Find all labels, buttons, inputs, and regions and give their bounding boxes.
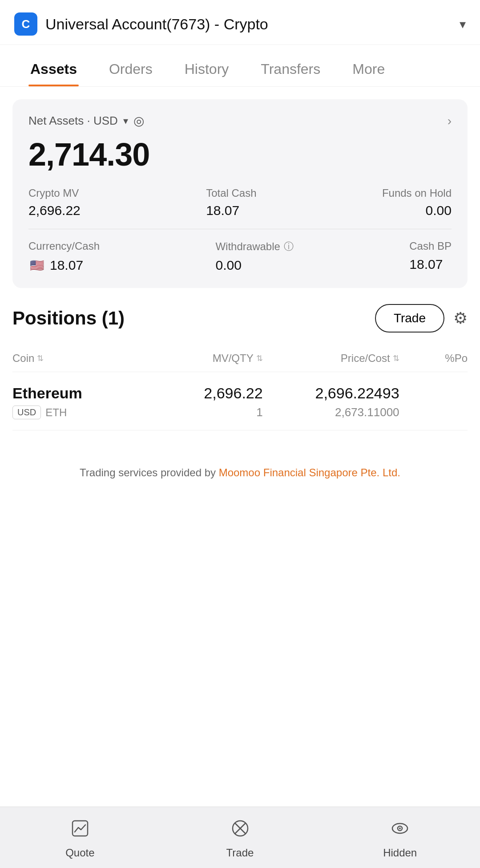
assets-label-row: Net Assets · USD ▾ ◎ xyxy=(28,114,144,128)
currency-cash-item: Currency/Cash 🇺🇸 18.07 xyxy=(28,240,100,274)
main-content: Net Assets · USD ▾ ◎ › 2,714.30 Crypto M… xyxy=(0,87,480,443)
currency-cash-value: 18.07 xyxy=(50,258,83,273)
coin-sort-icon[interactable]: ⇅ xyxy=(37,353,44,363)
assets-summary-row: Crypto MV 2,696.22 Total Cash 18.07 Fund… xyxy=(28,187,452,229)
coin-sub: USD ETH xyxy=(12,406,149,419)
assets-card-header: Net Assets · USD ▾ ◎ › xyxy=(28,114,452,128)
crypto-mv-item: Crypto MV 2,696.22 xyxy=(28,187,81,218)
logo-icon: C xyxy=(14,12,37,36)
dropdown-icon[interactable]: ▾ xyxy=(123,115,128,127)
table-row[interactable]: Ethereum USD ETH 2,696.22 1 2,696.22493 … xyxy=(12,374,468,430)
coin-name: Ethereum xyxy=(12,385,149,402)
mv-value: 2,696.22 xyxy=(149,385,263,402)
coin-cell: Ethereum USD ETH xyxy=(12,385,149,419)
net-assets-label: Net Assets · USD xyxy=(28,114,118,128)
col-header-coin[interactable]: Coin ⇅ xyxy=(12,352,149,365)
assets-card: Net Assets · USD ▾ ◎ › 2,714.30 Crypto M… xyxy=(12,99,468,288)
positions-header: Positions (1) Trade ⚙ xyxy=(12,304,468,333)
mv-cell: 2,696.22 1 xyxy=(149,385,263,419)
footer-link[interactable]: Moomoo Financial Singapore Pte. Ltd. xyxy=(219,466,400,479)
positions-right: Trade ⚙ xyxy=(375,304,468,333)
total-cash-item: Total Cash 18.07 xyxy=(206,187,256,218)
usd-flag-icon: 🇺🇸 xyxy=(28,257,45,274)
crypto-mv-label: Crypto MV xyxy=(28,187,81,199)
trade-icon xyxy=(231,819,249,841)
table-header: Coin ⇅ MV/QTY ⇅ Price/Cost ⇅ %Po xyxy=(12,345,468,372)
account-title: Universal Account(7673) - Crypto xyxy=(45,16,268,33)
header: C Universal Account(7673) - Crypto ▾ xyxy=(0,0,480,45)
tab-more[interactable]: More xyxy=(336,54,401,86)
quote-icon xyxy=(71,819,89,841)
crypto-mv-value: 2,696.22 xyxy=(28,203,81,218)
tab-orders[interactable]: Orders xyxy=(93,54,169,86)
info-icon[interactable]: ⓘ xyxy=(284,240,294,253)
col-header-price[interactable]: Price/Cost ⇅ xyxy=(263,352,399,365)
tab-history[interactable]: History xyxy=(169,54,245,86)
header-left: C Universal Account(7673) - Crypto xyxy=(14,12,268,36)
bottom-tab-hidden[interactable]: Hidden xyxy=(320,819,480,859)
col-header-mv[interactable]: MV/QTY ⇅ xyxy=(149,352,263,365)
currency-value-row: 🇺🇸 18.07 xyxy=(28,257,100,274)
withdrawable-label: Withdrawable xyxy=(215,240,280,253)
total-cash-label: Total Cash xyxy=(206,187,256,199)
bottom-tab-quote[interactable]: Quote xyxy=(0,819,160,859)
trade-button[interactable]: Trade xyxy=(375,304,444,333)
funds-on-hold-value: 0.00 xyxy=(382,203,452,218)
settings-icon[interactable]: ⚙ xyxy=(453,309,468,328)
positions-title: Positions (1) xyxy=(12,308,125,329)
footer: Trading services provided by Moomoo Fina… xyxy=(0,443,480,579)
cash-bp-item: Cash BP 18.07 xyxy=(409,240,452,272)
trade-label: Trade xyxy=(226,847,254,859)
currency-cash-label: Currency/Cash xyxy=(28,240,100,252)
footer-text: Trading services provided by xyxy=(80,466,219,479)
price-sort-icon[interactable]: ⇅ xyxy=(393,353,399,363)
hidden-icon xyxy=(391,819,409,841)
price-cell: 2,696.22493 2,673.11000 xyxy=(263,385,399,419)
hidden-label: Hidden xyxy=(383,847,417,859)
price-value: 2,696.22493 xyxy=(263,385,399,402)
col-header-pct: %Po xyxy=(399,352,468,365)
bottom-tab-bar: Quote Trade Hidden xyxy=(0,807,480,868)
price-cost: 2,673.11000 xyxy=(263,406,399,419)
coin-tag: USD xyxy=(12,406,41,419)
nav-tabs: Assets Orders History Transfers More xyxy=(0,45,480,87)
total-cash-value: 18.07 xyxy=(206,203,256,218)
withdrawable-item: Withdrawable ⓘ 0.00 xyxy=(215,240,293,273)
cash-bp-label: Cash BP xyxy=(409,240,452,252)
funds-on-hold-item: Funds on Hold 0.00 xyxy=(382,187,452,218)
tab-assets[interactable]: Assets xyxy=(14,54,93,86)
chevron-down-icon[interactable]: ▾ xyxy=(460,17,466,32)
bottom-tab-trade[interactable]: Trade xyxy=(160,819,320,859)
assets-currency-row: Currency/Cash 🇺🇸 18.07 Withdrawable ⓘ 0.… xyxy=(28,240,452,274)
mv-sort-icon[interactable]: ⇅ xyxy=(256,353,263,363)
withdrawable-label-row: Withdrawable ⓘ xyxy=(215,240,293,253)
net-assets-value: 2,714.30 xyxy=(28,136,452,173)
chevron-right-icon[interactable]: › xyxy=(448,114,452,128)
coin-symbol: ETH xyxy=(45,406,67,419)
withdrawable-value: 0.00 xyxy=(215,258,293,273)
svg-point-6 xyxy=(399,827,401,829)
funds-on-hold-label: Funds on Hold xyxy=(382,187,452,199)
eye-icon[interactable]: ◎ xyxy=(133,114,144,128)
mv-qty: 1 xyxy=(149,406,263,419)
cash-bp-value: 18.07 xyxy=(409,257,452,272)
quote-label: Quote xyxy=(65,847,94,859)
tab-transfers[interactable]: Transfers xyxy=(245,54,336,86)
